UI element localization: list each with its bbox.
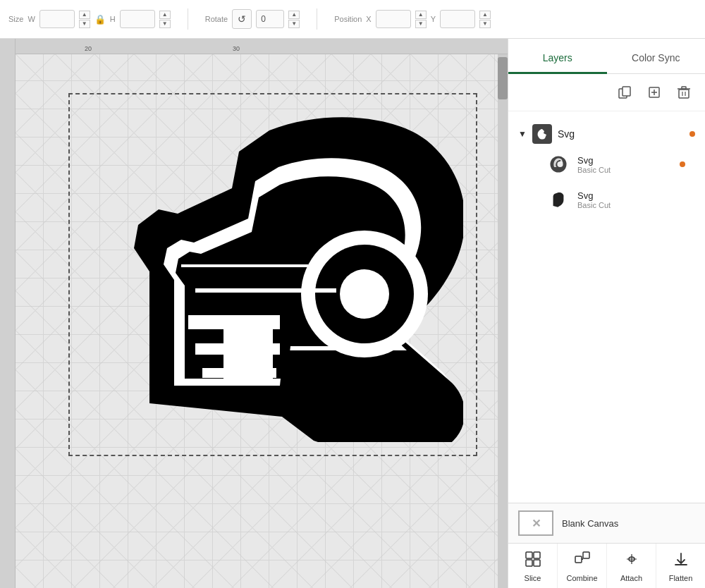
group-chevron-icon: ▼ [518,129,527,139]
ruler-mark-30: 30 [233,45,240,52]
add-layer-btn[interactable] [643,81,666,104]
svg-point-2 [340,269,389,319]
rotate-input[interactable] [256,10,284,28]
duplicate-layer-btn[interactable] [613,81,636,104]
ruler-vertical [0,39,16,588]
combine-button[interactable]: Combine [558,544,607,588]
layer-item-1[interactable]: Svg Basic Cut [518,182,695,217]
position-label: Position [334,15,362,23]
flatten-button[interactable]: Flatten [656,544,705,588]
width-spinner: ▲ ▼ [79,11,90,28]
svg-rect-22 [575,556,582,563]
w-label: W [27,15,35,23]
x-up[interactable]: ▲ [415,11,427,19]
slice-button[interactable]: Slice [508,544,558,588]
layer-group-svg: ▼ Svg [508,117,705,221]
svg-rect-13 [682,87,686,89]
height-up[interactable]: ▲ [159,11,171,19]
ruler-mark-20: 20 [85,45,92,52]
size-group: Size W ▲ ▼ 🔒 H ▲ ▼ [8,10,171,28]
y-down[interactable]: ▼ [479,20,491,28]
flatten-icon [673,551,689,571]
tab-layers[interactable]: Layers [508,44,607,74]
canvas-content[interactable] [16,54,498,588]
svg-rect-4 [195,343,280,355]
canvas-area[interactable]: 20 30 [0,39,508,588]
svg-rect-21 [534,560,540,566]
height-spinner: ▲ ▼ [159,11,171,28]
y-up[interactable]: ▲ [479,11,491,19]
divider-2 [317,8,317,30]
svg-rect-5 [202,368,276,378]
logo-container[interactable] [72,97,474,449]
attach-button[interactable]: Attach [607,544,656,588]
width-down[interactable]: ▼ [79,20,90,28]
slice-icon [525,551,541,571]
size-label: Size [8,15,23,23]
height-input[interactable] [120,10,155,28]
svg-rect-18 [526,552,532,558]
svg-rect-7 [623,87,630,96]
group-icon [532,124,552,144]
delete-layer-btn[interactable] [673,81,695,104]
rotate-down[interactable]: ▼ [288,20,300,28]
y-input[interactable] [440,10,475,28]
x-down[interactable]: ▼ [415,20,427,28]
rotate-spinner: ▲ ▼ [288,11,300,28]
blank-canvas-label: Blank Canvas [562,518,618,529]
group-name: Svg [558,128,575,140]
scrollbar-thumb[interactable] [498,57,508,99]
rotate-group: Rotate ↺ ▲ ▼ [205,9,300,29]
rotate-icon-btn[interactable]: ↺ [232,9,252,29]
attach-label: Attach [620,574,642,582]
width-input[interactable] [39,10,75,28]
scrollbar-vertical[interactable] [498,54,508,588]
layer-group-header[interactable]: ▼ Svg [518,121,695,147]
x-input[interactable] [376,10,411,28]
divider-1 [188,8,188,30]
layers-list: ▼ Svg [508,111,705,503]
ruler-horizontal: 20 30 [0,39,508,54]
width-up[interactable]: ▲ [79,11,90,19]
svg-rect-3 [188,315,280,329]
h-label: H [110,15,116,23]
flyers-logo-svg [82,104,463,442]
height-down[interactable]: ▼ [159,20,171,28]
svg-point-17 [557,161,563,167]
layer-item-0[interactable]: Svg Basic Cut [518,147,695,182]
x-spinner: ▲ ▼ [415,11,427,28]
position-group: Position X ▲ ▼ Y ▲ ▼ [334,10,491,28]
svg-rect-11 [679,90,689,98]
svg-rect-19 [534,552,540,558]
svg-rect-20 [526,560,532,566]
rotate-up[interactable]: ▲ [288,11,300,19]
layer-item-sub-1: Basic Cut [577,201,611,209]
bottom-actions: Slice Combine [508,543,705,588]
tab-color-sync[interactable]: Color Sync [607,44,706,74]
main-area: 20 30 [0,39,705,588]
group-dot [689,131,695,137]
combine-icon [574,551,591,571]
blank-canvas-x-icon: ✕ [532,517,541,530]
blank-canvas-panel: ✕ Blank Canvas [508,503,705,543]
flatten-label: Flatten [669,574,693,582]
svg-rect-23 [583,552,589,558]
attach-icon [623,551,640,571]
slice-label: Slice [525,574,541,582]
layer-toolbar [508,74,705,111]
layer-item-icon-0 [546,152,570,176]
layer-item-sub-0: Basic Cut [577,166,611,174]
layer-item-icon-1 [546,188,570,212]
y-label: Y [431,15,436,23]
layer-item-name-1: Svg [577,190,611,201]
tabs: Layers Color Sync [508,39,705,74]
layer-dot-0 [680,161,685,167]
y-spinner: ▲ ▼ [479,11,491,28]
right-panel: Layers Color Sync [508,39,705,588]
rotate-label: Rotate [205,15,228,23]
blank-canvas-preview: ✕ [518,510,553,536]
combine-label: Combine [566,574,597,582]
layer-item-info-1: Svg Basic Cut [577,190,611,209]
x-label: X [366,15,371,23]
layer-item-info-0: Svg Basic Cut [577,155,611,174]
